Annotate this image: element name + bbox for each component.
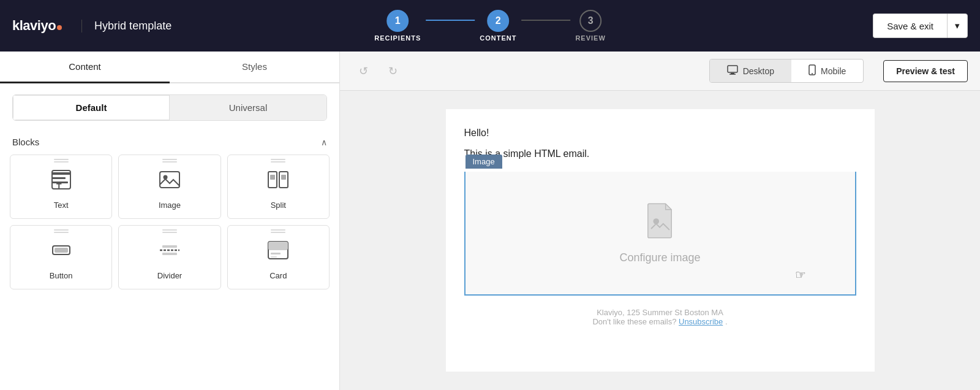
mobile-icon [809,64,816,77]
mobile-button[interactable]: Mobile [791,59,863,82]
button-icon [48,237,75,264]
block-button[interactable]: Button [10,225,112,289]
step-2-circle: 2 [487,10,509,32]
svg-text:T: T [56,182,62,191]
device-toggle: Desktop Mobile [709,59,864,83]
block-divider[interactable]: Divider [118,225,221,289]
undo-button[interactable]: ↺ [352,60,374,82]
drag-handle [54,229,69,233]
step-connector-2 [521,20,570,21]
svg-rect-9 [270,175,275,180]
desktop-button[interactable]: Desktop [710,59,791,82]
logo: klaviyo [12,18,62,34]
svg-rect-20 [728,66,737,72]
left-panel: Content Styles Default Universal Blocks … [0,52,340,390]
split-icon [265,166,292,193]
svg-rect-15 [162,253,177,255]
footer-period: . [725,317,728,326]
toggle-default[interactable]: Default [13,95,170,120]
redo-button[interactable]: ↻ [382,60,404,82]
desktop-label: Desktop [743,66,774,76]
drag-handle [162,159,177,162]
image-icon [156,166,183,193]
svg-rect-17 [268,242,288,250]
top-navigation: klaviyo Hybrid template 1 RECIPIENTS 2 C… [0,0,980,52]
text-icon: T [48,166,75,193]
step-2: 2 CONTENT [480,10,516,42]
panel-tabs: Content Styles [0,52,339,83]
save-exit-button[interactable]: Save & exit [873,13,947,38]
step-3-label: REVIEW [575,34,605,42]
svg-rect-18 [271,253,281,254]
step-1-circle: 1 [386,10,409,32]
svg-point-24 [812,73,813,74]
blocks-header: Blocks ∧ [0,132,339,155]
email-description: This is a simple HTML email. [464,148,856,159]
block-text-label: Text [54,201,69,210]
drag-handle [162,229,177,233]
preview-test-button[interactable]: Preview & test [883,60,968,82]
main-layout: Content Styles Default Universal Blocks … [0,52,980,390]
undo-icon: ↺ [359,64,368,78]
divider-icon [156,237,183,264]
email-content: Hello! This is a simple HTML email. Imag… [446,109,875,372]
logo-dot [57,25,62,30]
drag-handle [271,229,285,233]
block-image-label: Image [159,201,181,210]
blocks-grid: T Text Ima [0,155,339,289]
svg-rect-12 [55,248,68,253]
drag-handle [271,159,285,162]
block-text[interactable]: T Text [10,155,112,219]
block-card-label: Card [270,271,287,280]
cursor-icon: ☞ [795,267,806,282]
svg-rect-19 [271,256,277,258]
footer-address: Klaviyo, 125 Summer St Boston MA [464,308,856,317]
tab-styles[interactable]: Styles [170,52,339,83]
block-split[interactable]: Split [227,155,330,219]
step-1: 1 RECIPIENTS [374,10,421,42]
step-3: 3 REVIEW [575,10,605,42]
mobile-label: Mobile [821,66,846,76]
svg-rect-1 [52,177,66,179]
footer-unsubscribe-line: Don't like these emails? Unsubscribe . [464,317,856,326]
image-block[interactable]: Image Configure image ☞ [464,172,856,296]
block-image[interactable]: Image [118,155,221,219]
step-3-circle: 3 [579,10,601,32]
unsubscribe-link[interactable]: Unsubscribe [679,317,723,326]
topnav-right: Save & exit ▾ [873,13,968,38]
blocks-collapse-icon[interactable]: ∧ [321,137,327,147]
step-1-label: RECIPIENTS [374,34,421,42]
logo-area: klaviyo Hybrid template [12,18,172,34]
block-button-label: Button [50,271,73,280]
redo-icon: ↻ [388,64,398,78]
svg-rect-0 [52,172,70,175]
svg-rect-5 [160,172,179,188]
email-hello: Hello! [464,128,856,139]
configure-image-text: Configure image [619,251,700,264]
step-2-label: CONTENT [480,34,516,42]
blocks-title: Blocks [12,137,39,147]
block-split-label: Split [271,201,286,210]
svg-rect-10 [281,175,286,180]
stepper: 1 RECIPIENTS 2 CONTENT 3 REVIEW [374,10,606,42]
email-footer: Klaviyo, 125 Summer St Boston MA Don't l… [464,296,856,332]
dropdown-arrow-icon: ▾ [955,20,960,31]
template-title: Hybrid template [81,20,172,32]
email-canvas: Hello! This is a simple HTML email. Imag… [340,91,980,390]
block-card[interactable]: Card [227,225,330,289]
drag-handle [54,159,69,162]
step-connector-1 [426,20,475,21]
view-toggle: Default Universal [12,94,327,121]
card-icon [265,237,292,264]
toggle-universal[interactable]: Universal [170,95,326,120]
right-area: ↺ ↻ Desktop [340,52,980,390]
block-divider-label: Divider [157,271,182,280]
tab-content[interactable]: Content [0,52,170,83]
svg-rect-14 [162,245,177,248]
desktop-icon [727,65,738,77]
image-block-label: Image [466,155,502,169]
image-placeholder-icon [646,202,675,242]
save-exit-dropdown-button[interactable]: ▾ [947,13,968,38]
footer-dislike-text: Don't like these emails? [592,317,676,326]
preview-toolbar: ↺ ↻ Desktop [340,52,980,91]
